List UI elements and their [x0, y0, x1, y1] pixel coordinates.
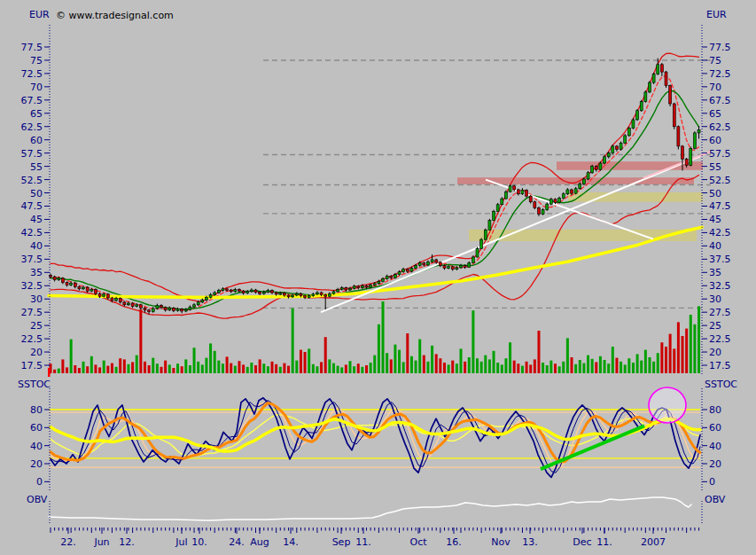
date-label: Oct: [409, 536, 427, 548]
volume-bar: [418, 340, 421, 373]
candle-body: [406, 270, 409, 271]
volume-bar: [472, 310, 474, 373]
candle-body: [534, 202, 536, 208]
candle-body: [632, 120, 635, 129]
price-tick-label-right: 27.5: [709, 307, 731, 318]
candle-body: [328, 293, 331, 296]
volume-bar: [275, 364, 277, 373]
volume-bar: [254, 365, 257, 373]
yellow-zone: [568, 192, 703, 202]
pink-zone: [457, 177, 694, 184]
candle-body: [181, 309, 183, 311]
volume-bar: [526, 362, 528, 373]
volume-bar: [164, 361, 167, 373]
volume-bar: [201, 364, 204, 373]
volume-bar: [431, 346, 433, 373]
volume-bar: [189, 365, 191, 373]
candle-body: [361, 285, 363, 287]
price-tick-label-right: 25: [709, 320, 721, 332]
volume-bar: [529, 364, 532, 373]
candle-body: [61, 278, 64, 283]
volume-bar: [673, 348, 675, 373]
candle-body: [74, 283, 76, 286]
candle-body: [415, 266, 417, 269]
candle-body: [226, 289, 229, 291]
volume-bar: [394, 345, 396, 373]
candle-body: [189, 307, 191, 309]
volume-bar: [632, 363, 635, 373]
date-label: 13.: [522, 536, 538, 548]
candle-body: [677, 127, 680, 146]
volume-bar: [612, 347, 614, 373]
candle-body: [312, 294, 315, 296]
candle-body: [669, 86, 672, 104]
candle-body: [304, 296, 307, 298]
candle-body: [217, 291, 220, 293]
date-label: 16.: [446, 536, 462, 548]
volume-bar: [176, 363, 179, 373]
volume-bar: [571, 357, 573, 373]
date-label: 12.: [119, 536, 135, 548]
candle-body: [136, 305, 138, 307]
chart-canvas[interactable]: 77.577.5757572.572.5707067.567.5656562.5…: [0, 0, 756, 555]
candle-body: [172, 308, 175, 310]
price-tick-label-left: 77.5: [21, 42, 43, 53]
sstoc-tick-label-right: 80: [709, 404, 721, 416]
volume-bar: [410, 356, 413, 373]
candle-body: [488, 221, 491, 231]
volume-bar: [58, 369, 60, 373]
candle-body: [496, 205, 499, 212]
price-tick-label-right: 60: [709, 135, 721, 146]
price-tick-label-left: 50: [30, 188, 43, 199]
candle-body: [86, 287, 89, 291]
volume-bar: [365, 365, 368, 373]
volume-bar: [308, 348, 310, 373]
price-tick-label-right: 20: [709, 347, 721, 358]
volume-bar: [90, 356, 93, 373]
volume-bar: [283, 363, 285, 373]
tradesignal-chart-window: EUR © www.tradesignal.com EUR SSTOC SSTO…: [0, 0, 756, 555]
volume-bar: [230, 363, 232, 373]
volume-bar: [620, 362, 622, 373]
candle-body: [513, 186, 516, 190]
volume-bar: [534, 359, 536, 373]
price-tick-label-left: 25: [30, 320, 43, 332]
volume-bar: [156, 363, 159, 373]
volume-bar: [181, 366, 183, 373]
candle-body: [373, 284, 376, 285]
sstoc-tick-label-right: 60: [709, 422, 721, 434]
volume-bar: [106, 366, 109, 373]
candle-body: [160, 305, 163, 307]
volume-bar: [94, 364, 97, 373]
volume-bar: [357, 363, 360, 373]
candle-body: [648, 82, 651, 92]
candle-body: [566, 190, 569, 194]
volume-bar: [615, 358, 618, 373]
candle-body: [472, 257, 474, 263]
volume-bar: [242, 364, 245, 373]
price-tick-label-left: 52.5: [21, 175, 43, 186]
volume-bar: [648, 357, 651, 373]
volume-bar: [456, 363, 458, 373]
sstoc-tick-label-right: 0: [709, 476, 715, 488]
candle-body: [480, 239, 483, 248]
price-tick-label-left: 65: [30, 108, 43, 120]
candle-body: [201, 300, 204, 301]
volume-bar: [337, 366, 339, 373]
candle-body: [267, 291, 269, 293]
price-tick-label-right: 62.5: [709, 121, 731, 133]
candle-body: [599, 163, 602, 169]
price-tick-label-right: 32.5: [709, 280, 731, 292]
volume-bar: [460, 348, 463, 373]
candle-body: [156, 305, 159, 309]
price-tick-label-right: 45: [709, 214, 721, 225]
volume-bar: [312, 364, 315, 373]
candle-body: [337, 289, 339, 291]
candle-body: [579, 184, 581, 188]
candle-body: [345, 288, 347, 290]
candle-body: [554, 199, 557, 203]
candle-body: [164, 308, 167, 310]
candle-body: [698, 129, 700, 133]
candle-body: [693, 133, 696, 148]
candle-body: [673, 104, 675, 127]
